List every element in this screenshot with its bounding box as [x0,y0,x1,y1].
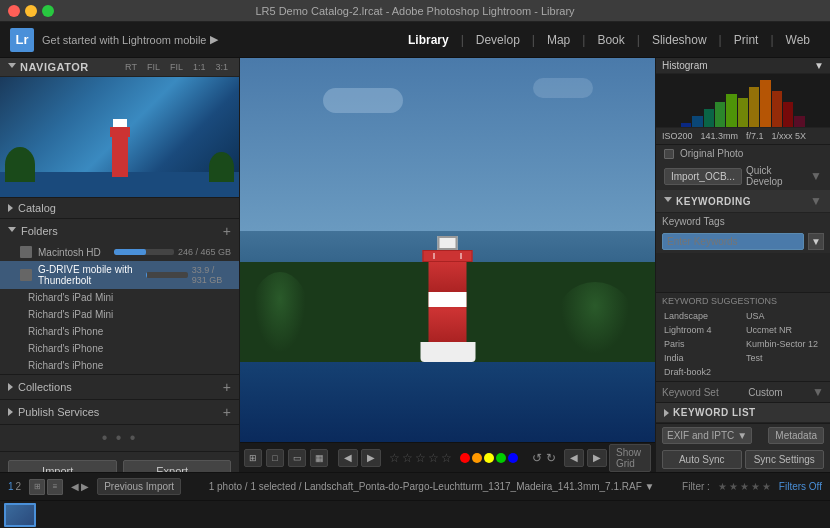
collections-row[interactable]: Collections + [0,375,239,399]
folder-iphone-1[interactable]: Richard's iPhone [0,323,239,340]
get-started-link[interactable]: Get started with Lightroom mobile ▶ [42,33,218,46]
suggestion-uccmet[interactable]: Uccmet NR [744,324,824,336]
maximize-button[interactable] [42,5,54,17]
right-arrow-button[interactable]: ▶ [81,481,89,492]
suggestion-lr4[interactable]: Lightroom 4 [662,324,742,336]
keywording-menu-icon[interactable]: ▼ [810,194,822,208]
rotate-right-button[interactable]: ↻ [546,451,556,465]
keywording-header[interactable]: Keywording ▼ [656,190,830,213]
main-image-view[interactable] [240,58,655,442]
list-layout-button[interactable]: ≡ [47,479,63,495]
nav-print[interactable]: Print [724,29,769,51]
catalog-row[interactable]: Catalog [0,198,239,218]
show-grid-button[interactable]: Show Grid [609,444,651,472]
keyword-dropdown-button[interactable]: ▼ [808,233,824,250]
star-filter: ★ ★ ★ ★ ★ [718,481,771,492]
filter-label: Filter : [682,481,710,492]
sky-background [240,58,655,231]
star-4[interactable]: ☆ [428,451,439,465]
nav-library[interactable]: Library [398,29,459,51]
export-button[interactable]: Export... [123,460,232,472]
close-button[interactable] [8,5,20,17]
suggestion-usa[interactable]: USA [744,310,824,322]
blue-label[interactable] [508,453,518,463]
nav-1to1[interactable]: 1:1 [190,61,209,73]
nav-3to1[interactable]: 3:1 [212,61,231,73]
suggestion-draft[interactable]: Draft-book2 [662,366,742,378]
folder-ipad-mini-1[interactable]: Richard's iPad Mini [0,289,239,306]
grid-layout-button[interactable]: ⊞ [29,479,45,495]
nav-fil1[interactable]: FIL [144,61,163,73]
filter-star-2[interactable]: ★ [729,481,738,492]
folder-gdrive[interactable]: G-DRIVE mobile with Thunderbolt 33.9 / 9… [0,261,239,289]
next-image-button[interactable]: ▶ [361,449,381,467]
folder-iphone-2[interactable]: Richard's iPhone [0,340,239,357]
filter-star-1[interactable]: ★ [718,481,727,492]
folder-ipad-mini-2[interactable]: Richard's iPad Mini [0,306,239,323]
keyword-input-field[interactable] [662,233,804,250]
star-3[interactable]: ☆ [415,451,426,465]
orange-label[interactable] [472,453,482,463]
navigator-header[interactable]: Navigator RT FIL FIL 1:1 3:1 [0,58,239,77]
exif-iptc-button[interactable]: EXIF and IPTC ▼ [662,427,752,444]
publish-services-row[interactable]: Publish Services + [0,400,239,424]
filmstrip-prev[interactable]: ◀ [564,449,584,467]
filter-star-5[interactable]: ★ [762,481,771,492]
grid-view-button[interactable]: ⊞ [244,449,262,467]
star-1[interactable]: ☆ [389,451,400,465]
filter-star-4[interactable]: ★ [751,481,760,492]
nav-map[interactable]: Map [537,29,580,51]
macintosh-storage-text: 246 / 465 GB [178,247,231,257]
quick-develop-arrow-icon[interactable]: ▼ [810,169,822,183]
filmstrip-next[interactable]: ▶ [587,449,607,467]
filter-star-3[interactable]: ★ [740,481,749,492]
loupe-view-button[interactable]: □ [266,449,284,467]
suggestion-test[interactable]: Test [744,352,824,364]
nav-slideshow[interactable]: Slideshow [642,29,717,51]
survey-view-button[interactable]: ▦ [310,449,328,467]
original-photo-checkbox[interactable] [664,149,674,159]
thumbnail-1[interactable] [4,503,36,527]
nav-fil2[interactable]: FIL [167,61,186,73]
folders-header-row[interactable]: Folders + [0,219,239,243]
keyword-list-header[interactable]: Keyword List [656,403,830,423]
left-arrow-button[interactable]: ◀ [71,481,79,492]
metadata-button[interactable]: Metadata [768,427,824,444]
folder-macintosh[interactable]: Macintosh HD 246 / 465 GB [0,243,239,261]
rotate-left-button[interactable]: ↺ [532,451,542,465]
suggestion-paris[interactable]: Paris [662,338,742,350]
red-label[interactable] [460,453,470,463]
nav-develop[interactable]: Develop [466,29,530,51]
histogram-expand-icon[interactable]: ▼ [814,60,824,71]
auto-sync-button[interactable]: Auto Sync [662,450,742,469]
page-2[interactable]: 2 [16,481,22,492]
star-5[interactable]: ☆ [441,451,452,465]
folders-add-button[interactable]: + [223,223,231,239]
keyword-set-arrow-icon[interactable]: ▼ [812,385,824,399]
sync-settings-button[interactable]: Sync Settings [745,450,825,469]
nav-book[interactable]: Book [587,29,634,51]
prev-image-button[interactable]: ◀ [338,449,358,467]
suggestion-kumbin[interactable]: Kumbin-Sector 12 [744,338,824,350]
star-2[interactable]: ☆ [402,451,413,465]
nav-web[interactable]: Web [776,29,820,51]
collections-add-button[interactable]: + [223,379,231,395]
color-labels [460,453,518,463]
prev-import-button[interactable]: Previous Import [97,478,181,495]
filmstrip-bar: ⊞ □ ▭ ▦ ◀ ▶ ☆ ☆ ☆ ☆ ☆ [240,442,655,472]
yellow-label[interactable] [484,453,494,463]
page-1[interactable]: 1 [8,481,14,492]
suggestion-india[interactable]: India [662,352,742,364]
iphone-2-label: Richard's iPhone [28,343,103,354]
nav-rt[interactable]: RT [122,61,140,73]
catalog-triangle-icon [8,204,13,212]
filters-off-button[interactable]: Filters Off [779,481,822,492]
publish-add-button[interactable]: + [223,404,231,420]
suggestion-landscape[interactable]: Landscape [662,310,742,322]
import-ocb-button[interactable]: Import_OCB... [664,168,742,185]
folder-iphone-3[interactable]: Richard's iPhone [0,357,239,374]
compare-view-button[interactable]: ▭ [288,449,306,467]
import-button[interactable]: Import... [8,460,117,472]
green-label[interactable] [496,453,506,463]
minimize-button[interactable] [25,5,37,17]
